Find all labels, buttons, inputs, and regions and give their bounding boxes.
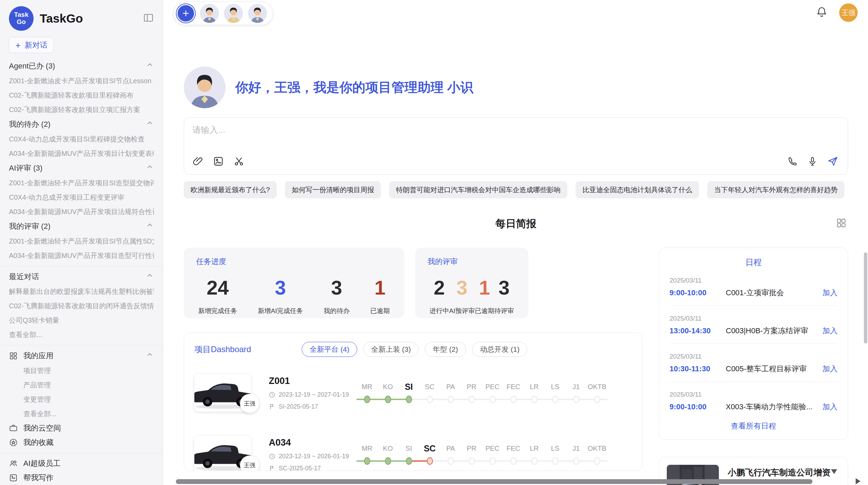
favorites-label: 我的收藏 (23, 437, 53, 448)
stat-label: 我的待办 (324, 307, 350, 315)
ai-staff-label: AI超级员工 (23, 458, 61, 469)
sidebar-conversation-item[interactable]: A034-全新新能源MUV产品开发项目造型可行性评审 (9, 248, 154, 263)
divider (0, 453, 163, 453)
image-icon[interactable] (213, 156, 224, 168)
milestone-label: FEC (503, 382, 524, 392)
join-link[interactable]: 加入 (822, 326, 837, 336)
chevron-up-icon[interactable] (146, 272, 154, 282)
greeting-block: 你好，王强，我是你的项目管理助理 小识 (184, 66, 848, 108)
dashboard-tab[interactable]: 年型 (2) (425, 342, 466, 357)
sidebar-conversation-item[interactable]: A034-全新新能源MUV产品开发项目法规符合性评审 (9, 204, 154, 219)
sidebar-conversation-item[interactable]: C02-飞腾新能源轻客改款项目立项汇报方案 (9, 102, 154, 117)
paperclip-icon[interactable] (192, 156, 203, 168)
app-link[interactable]: 查看全部... (9, 407, 154, 421)
dashboard-tab[interactable]: 动总开发 (1) (472, 342, 528, 357)
milestone-dot (531, 396, 538, 403)
new-chat-button[interactable]: + 新对话 (9, 37, 54, 53)
phone-icon[interactable] (787, 156, 798, 168)
milestone-label: OKTB (587, 443, 607, 453)
schedule-title: 日程 (670, 257, 837, 268)
sidebar-item-ai-staff[interactable]: AI超级员工 (9, 456, 154, 471)
scroll-down-arrow[interactable] (831, 469, 837, 474)
chat-input[interactable] (192, 125, 840, 135)
project-row[interactable]: 王强 A034 2023-12-19 ~ 2026-01-19 (194, 429, 632, 471)
sidebar-item-write-for-me[interactable]: 帮我写作 (9, 471, 154, 485)
horizontal-scrollbar-thumb[interactable] (176, 479, 812, 484)
panel-collapse-icon[interactable] (143, 12, 154, 25)
milestone: MR (357, 443, 377, 466)
milestone: FEC (503, 382, 524, 404)
dashboard-tab[interactable]: 全新上装 (3) (363, 342, 419, 357)
join-link[interactable]: 加入 (822, 364, 837, 374)
chevron-up-icon[interactable] (146, 221, 154, 232)
schedule-event: 2025/03/11 13:00-14:30 C003|H0B-方案冻结评审 加… (670, 315, 837, 344)
recent-conversation-item[interactable]: 查看全部... (9, 327, 154, 342)
recent-list: 解释最新出台的欧盟报废车法规再生塑料比例被调至15%...C02-飞腾新能源轻客… (9, 284, 154, 342)
sidebar-conversation-item[interactable]: Z001-全新燃油轻卡产品开发项目SI造型提交物评审 (9, 176, 154, 190)
apps-grid-icon (9, 351, 18, 360)
sidebar-section-header[interactable]: 我的评审 (2) (9, 219, 154, 234)
milestone: MR (357, 382, 377, 404)
event-time: 9:00-10:00 (670, 402, 721, 411)
suggestion-chip[interactable]: 当下年轻人对汽车外观有怎样的喜好趋势 (707, 181, 844, 198)
chevron-up-icon[interactable] (146, 61, 154, 71)
sidebar: Task Go TaskGo + 新对话 Agent已办 (3) (0, 0, 163, 485)
sidebar-apps-header[interactable]: 我的应用 (9, 348, 154, 363)
sidebar-item-cloud-space[interactable]: 我的云空间 (9, 421, 154, 435)
chevron-up-icon[interactable] (146, 351, 154, 361)
sidebar-section-header[interactable]: AI评审 (3) (9, 161, 154, 176)
milestone: FEC (503, 443, 524, 466)
mic-icon[interactable] (807, 156, 818, 168)
event-date: 2025/03/11 (670, 391, 837, 398)
recent-conversation-item[interactable]: C02-飞腾新能源轻客改款项目的闭环通告反馈情况 (9, 299, 154, 313)
milestone: SI (398, 382, 419, 404)
milestone-label: PR (461, 443, 482, 453)
milestone: SC (419, 443, 440, 466)
milestone-label: LS (545, 443, 566, 453)
stat: 3 AI预评审 (449, 278, 475, 315)
join-link[interactable]: 加入 (822, 402, 837, 412)
project-row[interactable]: 王强 Z001 2023-12-19 ~ 2027-01-19 (194, 367, 632, 419)
milestone-label: PEC (482, 443, 503, 453)
chevron-up-icon[interactable] (146, 119, 154, 129)
vertical-scrollbar-thumb[interactable] (864, 252, 867, 344)
suggestion-chip[interactable]: 特朗普可能对进口汽车增税会对中国车企造成哪些影响 (389, 181, 567, 198)
layout-grid-icon[interactable] (836, 217, 847, 230)
recent-conversation-item[interactable]: 公司Q3轻卡销量 (9, 313, 154, 327)
sidebar-conversation-item[interactable]: A034-全新新能源MUV产品开发项目计划变更表编写 (9, 146, 154, 161)
recent-conversation-item[interactable]: 解释最新出台的欧盟报废车法规再生塑料比例被调至15%... (9, 284, 154, 299)
scissors-icon[interactable] (233, 156, 244, 168)
sidebar-conversation-item[interactable]: Z001-全新燃油轻卡产品开发项目SI节点属性5D文件评审 (9, 234, 154, 248)
milestone-label: J1 (566, 443, 587, 453)
send-icon[interactable] (827, 156, 838, 168)
app-link[interactable]: 变更管理 (9, 392, 154, 407)
milestone-label: FEC (503, 443, 524, 453)
milestone-label: KO (377, 443, 398, 453)
sidebar-conversation-item[interactable]: C0X4-动力总成开发项目SI里程碑提交物检查 (9, 132, 154, 146)
milestone-dot (406, 457, 412, 465)
section-title: 我的评审 (2) (9, 221, 146, 232)
suggestion-chip[interactable]: 比亚迪全固态电池计划具体说了什么 (576, 181, 699, 198)
project-dates: 2023-12-19 ~ 2026-01-19 (279, 453, 349, 460)
stat-label: 待评审 (494, 307, 514, 315)
sidebar-item-favorites[interactable]: 我的收藏 (9, 435, 154, 450)
cloud-space-label: 我的云空间 (23, 423, 61, 433)
sidebar-section-header[interactable]: 我的待办 (2) (9, 117, 154, 132)
sidebar-conversation-item[interactable]: C0X4-动力总成开发项目工程变更评审 (9, 190, 154, 204)
sidebar-conversation-item[interactable]: Z001-全新燃油皮卡产品开发项目SI节点Lesson Learn报告 (9, 74, 154, 88)
view-all-schedule-link[interactable]: 查看所有日程 (670, 421, 837, 431)
app-link[interactable]: 项目管理 (9, 363, 154, 378)
sidebar-conversation-item[interactable]: C02-飞腾新能源轻客改款项目里程碑画布 (9, 88, 154, 102)
suggestion-chip[interactable]: 欧洲新规最近颁布了什么? (184, 181, 277, 198)
dashboard-title: 项目Dashboard (194, 344, 251, 355)
suggestion-chip[interactable]: 如何写一份清晰的项目周报 (285, 181, 381, 198)
milestone-dot (531, 457, 538, 465)
dashboard-tab[interactable]: 全新平台 (4) (302, 342, 357, 357)
sidebar-recent-header[interactable]: 最近对话 (9, 269, 154, 284)
app-link[interactable]: 产品管理 (9, 378, 154, 392)
stat: 1 已逾期 (370, 278, 390, 315)
sidebar-section-header[interactable]: Agent已办 (3) (9, 59, 154, 74)
chevron-up-icon[interactable] (146, 163, 154, 173)
scroll-right-arrow[interactable] (856, 478, 860, 484)
join-link[interactable]: 加入 (822, 288, 837, 298)
